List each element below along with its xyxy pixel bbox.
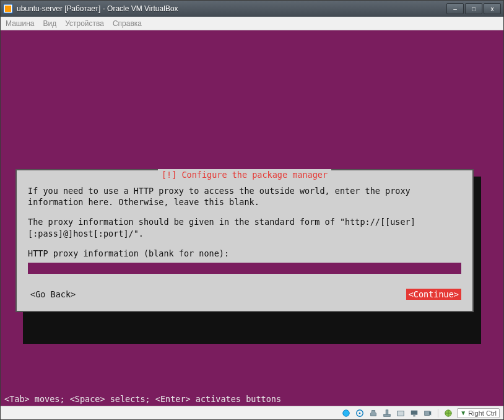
- svg-rect-8: [411, 410, 418, 414]
- network-icon[interactable]: [382, 408, 392, 418]
- hdd-icon[interactable]: [341, 408, 351, 418]
- help-paragraph-1: If you need to use a HTTP proxy to acces…: [28, 185, 461, 208]
- titlebar[interactable]: ubuntu-server [Работает] - Oracle VM Vir…: [1, 1, 503, 17]
- dialog-title-text: Configure the package manager: [181, 170, 328, 180]
- menu-devices[interactable]: Устройства: [65, 19, 104, 28]
- recording-icon[interactable]: [423, 408, 433, 418]
- host-key-indicator[interactable]: ▼ Right Ctrl: [457, 408, 500, 418]
- usb-icon[interactable]: [368, 408, 378, 418]
- menubar: Машина Вид Устройства Справка: [1, 17, 503, 30]
- menu-view[interactable]: Вид: [43, 19, 56, 28]
- statusbar: ▼ Right Ctrl: [1, 406, 503, 419]
- window-title: ubuntu-server [Работает] - Oracle VM Vir…: [17, 4, 446, 13]
- svg-rect-10: [425, 411, 430, 415]
- continue-button[interactable]: <Continue>: [406, 289, 461, 300]
- svg-rect-5: [384, 414, 391, 416]
- svg-rect-1: [5, 6, 11, 12]
- input-prompt: HTTP proxy information (blank for none):: [28, 248, 461, 259]
- shared-folders-icon[interactable]: [396, 408, 406, 418]
- dialog-title: [!] Configure the package manager: [158, 169, 331, 180]
- display-icon[interactable]: [409, 408, 419, 418]
- maximize-button[interactable]: □: [465, 3, 482, 14]
- dialog-title-prefix: [!]: [162, 170, 176, 180]
- window-frame: ubuntu-server [Работает] - Oracle VM Vir…: [0, 0, 504, 420]
- installer-dialog: [!] Configure the package manager If you…: [15, 169, 474, 312]
- svg-point-2: [343, 409, 350, 416]
- dialog-header: [!] Configure the package manager: [17, 170, 472, 179]
- mouse-integration-icon[interactable]: [443, 408, 453, 418]
- optical-icon[interactable]: [355, 408, 365, 418]
- keyboard-hint: <Tab> moves; <Space> selects; <Enter> ac…: [4, 393, 281, 405]
- vbox-icon: [3, 4, 13, 14]
- vm-screen: [!] Configure the package manager If you…: [1, 30, 503, 406]
- arrow-down-icon: ▼: [460, 409, 466, 416]
- svg-rect-6: [386, 409, 389, 414]
- svg-rect-9: [414, 415, 416, 416]
- go-back-button[interactable]: <Go Back>: [28, 289, 78, 300]
- proxy-input[interactable]: [28, 263, 461, 274]
- statusbar-separator: [438, 409, 438, 418]
- svg-point-4: [359, 412, 361, 414]
- menu-help[interactable]: Справка: [113, 19, 142, 28]
- minimize-button[interactable]: –: [446, 3, 464, 14]
- host-key-label: Right Ctrl: [468, 409, 497, 417]
- svg-rect-7: [398, 411, 404, 416]
- dialog-body: If you need to use a HTTP proxy to acces…: [17, 179, 472, 311]
- menu-machine[interactable]: Машина: [6, 19, 34, 28]
- window-controls: – □ x: [446, 3, 501, 14]
- close-button[interactable]: x: [484, 3, 501, 14]
- help-paragraph-2: The proxy information should be given in…: [28, 216, 461, 238]
